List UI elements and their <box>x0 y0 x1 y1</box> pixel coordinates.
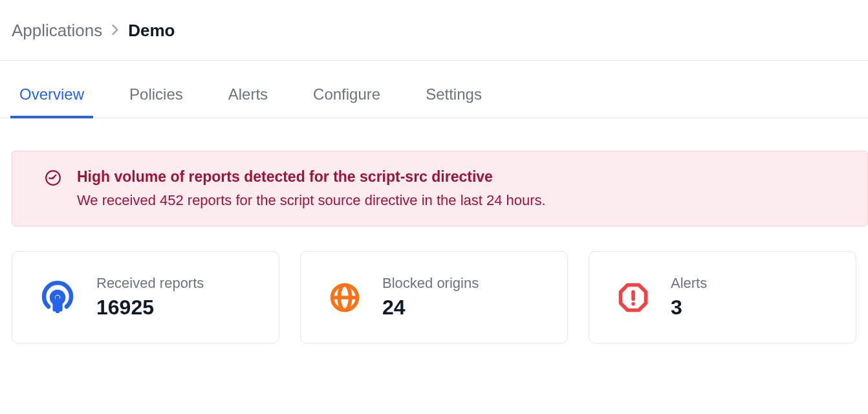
breadcrumb: Applications Demo <box>0 0 868 60</box>
svg-point-9 <box>631 301 635 305</box>
tab-overview[interactable]: Overview <box>12 79 92 118</box>
stats-row: Received reports 16925 Blocked origins 2… <box>0 226 868 343</box>
stat-card-blocked-origins: Blocked origins 24 <box>300 251 568 343</box>
stat-label: Alerts <box>671 275 707 292</box>
svg-point-1 <box>52 177 54 179</box>
tab-alerts[interactable]: Alerts <box>221 79 276 118</box>
gauge-icon <box>45 169 61 186</box>
stat-value: 3 <box>671 296 707 320</box>
tab-policies[interactable]: Policies <box>122 79 191 118</box>
stat-card-alerts: Alerts 3 <box>589 251 856 343</box>
tabs: Overview Policies Alerts Configure Setti… <box>0 79 868 118</box>
tab-configure[interactable]: Configure <box>305 79 388 118</box>
divider <box>0 60 868 61</box>
alert-content: High volume of reports detected for the … <box>77 168 546 209</box>
broadcast-icon <box>39 279 76 316</box>
alert-octagon-icon <box>616 281 650 314</box>
globe-icon <box>328 281 362 314</box>
stat-value: 16925 <box>96 296 204 320</box>
alert-title: High volume of reports detected for the … <box>77 168 546 186</box>
stat-label: Received reports <box>96 275 204 292</box>
chevron-right-icon <box>111 23 119 38</box>
stat-value: 24 <box>382 296 479 320</box>
tab-settings[interactable]: Settings <box>418 79 490 118</box>
breadcrumb-parent-link[interactable]: Applications <box>12 21 102 41</box>
stat-label: Blocked origins <box>382 275 479 292</box>
alert-description: We received 452 reports for the script s… <box>77 192 546 209</box>
alert-banner: High volume of reports detected for the … <box>12 151 868 226</box>
stat-card-received-reports: Received reports 16925 <box>12 251 279 343</box>
breadcrumb-current: Demo <box>128 21 175 41</box>
